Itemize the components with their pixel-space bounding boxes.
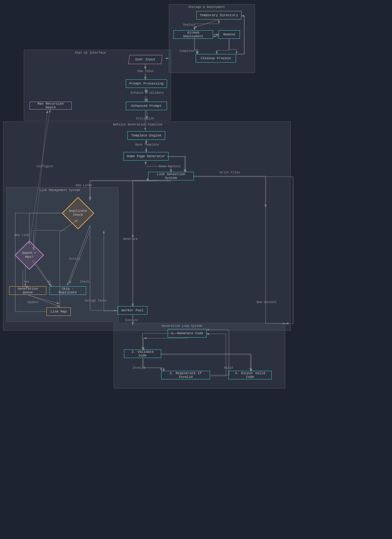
depth-check-diamond: Depth < Max? (18, 244, 40, 266)
storage-deployment-title: Storage & Deployment (188, 5, 225, 9)
regenerate-label: 3. Regenerate If Invalid (164, 371, 207, 379)
check-label: Check (80, 280, 89, 284)
max-recursion-label: Max Recursion Depth (32, 102, 69, 109)
skip-duplicate-label: Skip - Duplicate (52, 287, 83, 294)
link-detection-label: Link Detection System (151, 172, 191, 180)
yes-label: Yes (24, 280, 29, 284)
prompt-processing-label: Prompt Processing (129, 82, 163, 85)
complete-label: Complete (180, 49, 194, 53)
no-label: No (47, 280, 51, 284)
base-template-label: Base Template (135, 143, 159, 147)
generate-label: Generate (123, 237, 138, 241)
depth-check-label: Depth < Max? (20, 251, 39, 259)
regenerate-node: 3. Regenerate If Invalid (161, 371, 210, 379)
cleanup-process-label: Cleanup Process (201, 56, 231, 60)
max-recursion-node: Max Recursion Depth (30, 102, 72, 110)
link-map-label: Link Map (51, 310, 67, 313)
prompt-processing-node: Prompt Processing (126, 79, 167, 88)
generate-code-label: 1. Generate Code (171, 331, 203, 335)
link-detection-node: Link Detection System (148, 172, 194, 180)
cleanup-process-node: Cleanup Process (196, 54, 236, 63)
website-pipeline-title: Website Generation Pipeline (113, 123, 162, 126)
exists-label: Exists (69, 257, 80, 261)
enhanced-prompt-label: Enhanced Prompt (131, 104, 162, 108)
initialize-label: Initialize (136, 117, 154, 120)
enhance-validate-label: Enhance & Validate (131, 91, 164, 95)
home-page-generator-node: Home Page Generator (123, 152, 169, 161)
generate-code-node: 1. Generate Code (168, 329, 207, 338)
remove-node: Remove (219, 30, 240, 39)
configure-label: Configure (37, 165, 53, 168)
worker-pool-label: Worker Pool (122, 309, 144, 312)
validate-code-node: 2. Validate Code (124, 349, 161, 358)
duplicate-check-diamond: Duplicate Check (66, 201, 90, 225)
valid-label: Valid (224, 366, 233, 370)
github-deployment-node: GitHub Deployment (173, 30, 213, 39)
scan-content-label: Scan Content (159, 165, 181, 168)
invalid-label: Invalid (132, 366, 145, 370)
remove-label: Remove (223, 33, 235, 36)
assign-tasks-label: Assign Tasks (85, 299, 107, 302)
generation-loop-title: Generation Loop System (162, 324, 202, 328)
new-link-label: New Link (14, 233, 29, 237)
user-input-node: User Input (128, 55, 162, 64)
user-input-label: User Input (135, 58, 155, 61)
raw-input-label: Raw Input (137, 70, 154, 73)
github-deployment-label: GitHub Deployment (176, 31, 210, 38)
template-engine-label: Template Engine (131, 134, 161, 137)
skip-duplicate-node: Skip - Duplicate (49, 286, 86, 295)
output-valid-label: 4. Output Valid Code (231, 371, 269, 379)
temporary-directory-label: Temporary Directory (200, 13, 238, 17)
worker-pool-node: Worker Pool (118, 306, 147, 315)
new-links-label: New Links (76, 184, 92, 187)
template-engine-node: Template Engine (127, 131, 165, 140)
new-content-label: New Content (256, 301, 277, 304)
diagram-container: Storage & Deployment Temporary Directory… (0, 0, 392, 539)
validate-code-label: 2. Validate Code (127, 350, 158, 357)
generation-queue-label: Generation Queue (12, 287, 44, 294)
link-map-node: Link Map (46, 307, 71, 316)
link-management-title: Link Management System (40, 189, 80, 192)
write-files-label: Write Files (220, 171, 240, 174)
home-page-generator-label: Home Page Generator (127, 154, 165, 158)
generation-queue-node: Generation Queue (9, 286, 46, 295)
chat-ui-title: Chat UI Interface (75, 51, 106, 55)
output-valid-node: 4. Output Valid Code (228, 371, 272, 379)
temporary-directory-node: Temporary Directory (196, 11, 241, 20)
update-label: Update (27, 301, 38, 304)
execute-label: Execute (125, 319, 138, 322)
deploy-label: Deploy (183, 23, 194, 27)
duplicate-check-label: Duplicate Check (67, 209, 89, 217)
enhanced-prompt-node: Enhanced Prompt (126, 102, 167, 110)
